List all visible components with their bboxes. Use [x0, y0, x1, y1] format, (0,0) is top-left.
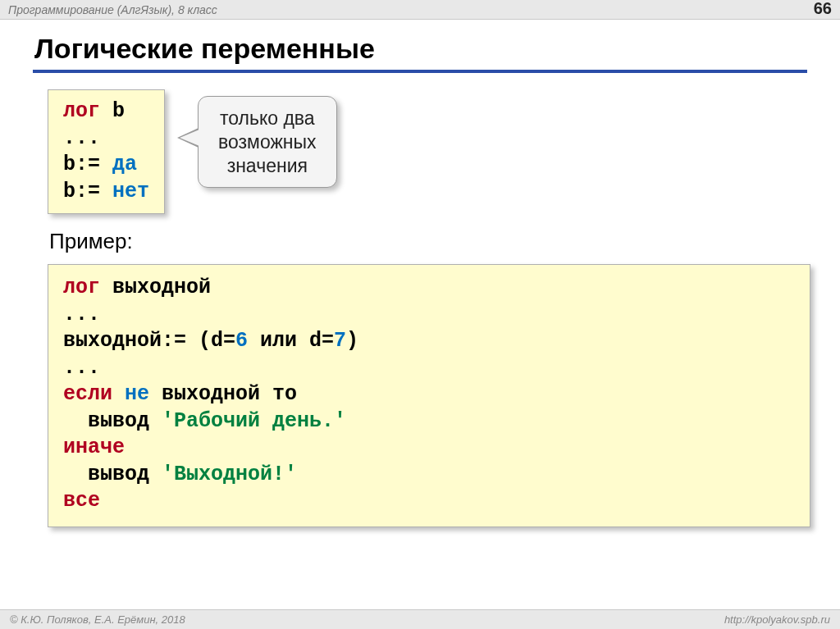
keyword-all: все: [63, 489, 100, 513]
callout-line: значения: [218, 154, 317, 178]
footer-url: http://kpolyakov.spb.ru: [724, 613, 830, 626]
footer-copyright: © К.Ю. Поляков, Е.А. Ерёмин, 2018: [10, 613, 185, 626]
code-text: ...: [63, 356, 100, 380]
code-text: вывод: [63, 409, 162, 433]
callout-line: возможных: [218, 130, 317, 154]
keyword-if: если: [63, 382, 112, 406]
code-box-small: лог b ... b:= да b:= нет: [48, 89, 165, 214]
code-text: или d=: [248, 329, 334, 353]
code-text: ...: [63, 303, 100, 326]
keyword-log: лог: [63, 276, 100, 299]
code-text: выходной:= (d=: [63, 329, 235, 353]
keyword-not: не: [125, 382, 149, 406]
keyword-else: иначе: [63, 435, 125, 459]
number-literal: 7: [334, 329, 346, 353]
code-text: выходной то: [149, 382, 297, 406]
callout-line: только два: [218, 107, 317, 130]
string-literal: 'Выходной!': [162, 463, 297, 486]
row-code-and-callout: лог b ... b:= да b:= нет только два возм…: [48, 89, 807, 214]
number-literal: 6: [235, 329, 248, 353]
code-text: b: [100, 99, 125, 123]
value-no: нет: [112, 180, 149, 203]
code-text: выходной: [100, 276, 211, 299]
value-yes: да: [112, 153, 137, 176]
page-number: 66: [814, 0, 832, 18]
header-title: Программирование (АлгЯзык), 8 класс: [8, 3, 217, 16]
header-bar: Программирование (АлгЯзык), 8 класс 66: [0, 0, 840, 20]
code-box-big: лог выходной ... выходной:= (d=6 или d=7…: [48, 264, 810, 527]
code-text: вывод: [63, 463, 162, 486]
code-text: b:=: [63, 180, 112, 203]
code-text: [112, 382, 125, 406]
callout-box: только два возможных значения: [198, 96, 337, 188]
footer-bar: © К.Ю. Поляков, Е.А. Ерёмин, 2018 http:/…: [0, 609, 840, 629]
code-text: ): [346, 329, 358, 353]
code-text: ...: [63, 126, 100, 150]
slide-title: Логические переменные: [33, 28, 807, 73]
slide-content: Логические переменные лог b ... b:= да b…: [0, 20, 840, 527]
code-text: b:=: [63, 153, 112, 176]
example-label: Пример:: [49, 229, 807, 254]
keyword-log: лог: [63, 99, 100, 123]
string-literal: 'Рабочий день.': [162, 409, 346, 433]
